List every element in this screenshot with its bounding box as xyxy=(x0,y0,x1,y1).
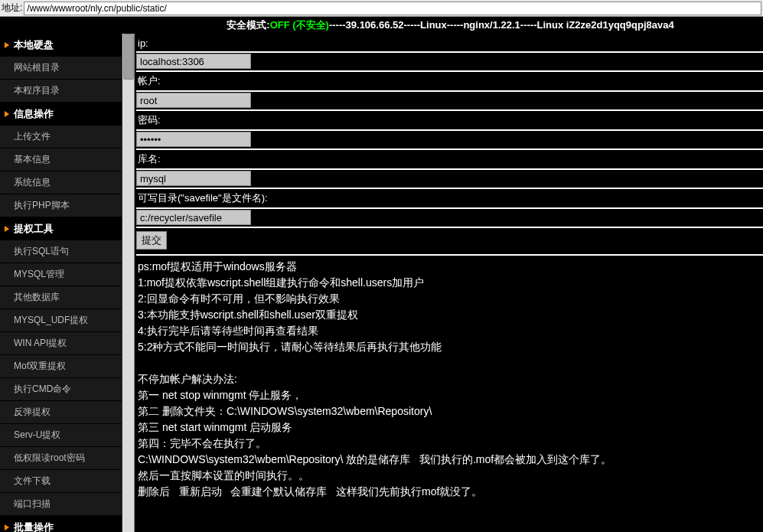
status-prefix: 安全模式: xyxy=(227,19,269,31)
scrollbar-thumb[interactable] xyxy=(123,34,134,80)
status-mode: OFF (不安全) xyxy=(270,19,329,31)
sidebar-item-basic[interactable]: 基本信息 xyxy=(0,149,122,171)
sidebar-item-mysql[interactable]: MYSQL管理 xyxy=(0,263,122,286)
submit-button[interactable]: 提交 xyxy=(136,231,167,250)
sidebar-item-appdir[interactable]: 本程序目录 xyxy=(0,80,122,103)
status-bar: 安全模式:OFF (不安全)-----39.106.66.52-----Linu… xyxy=(0,17,763,34)
sidebar-item-mof[interactable]: Mof双重提权 xyxy=(0,355,122,378)
main-panel: ip: 帐户: 密码: 库名: 可写目录("savefile"是文件名): 提交… xyxy=(135,34,763,532)
ip-label: ip: xyxy=(136,35,763,53)
sidebar-item-portscan[interactable]: 端口扫描 xyxy=(0,493,122,516)
pass-input[interactable] xyxy=(136,132,251,147)
sidebar-header-disk[interactable]: 本地硬盘 xyxy=(0,34,122,57)
user-label: 帐户: xyxy=(136,72,763,92)
sidebar-header-priv[interactable]: 提权工具 xyxy=(0,217,122,240)
sidebar-item-php[interactable]: 执行PHP脚本 xyxy=(0,194,122,217)
address-label: 地址: xyxy=(0,2,24,15)
notes-text: ps:mof提权适用于windows服务器 1:mof提权依靠wscript.s… xyxy=(136,256,763,503)
sidebar-item-winapi[interactable]: WIN API提权 xyxy=(0,332,122,355)
status-rest: -----39.106.66.52-----Linux-----nginx/1.… xyxy=(329,19,674,31)
sidebar: 本地硬盘 网站根目录 本程序目录 信息操作 上传文件 基本信息 系统信息 执行P… xyxy=(0,34,122,532)
sidebar-item-sql[interactable]: 执行SQL语句 xyxy=(0,240,122,263)
sidebar-item-webroot[interactable]: 网站根目录 xyxy=(0,57,122,80)
sidebar-item-upload[interactable]: 上传文件 xyxy=(0,126,122,149)
sidebar-item-cmd[interactable]: 执行CMD命令 xyxy=(0,378,122,401)
sidebar-item-rootpw[interactable]: 低权限读root密码 xyxy=(0,447,122,470)
sidebar-item-download[interactable]: 文件下载 xyxy=(0,470,122,493)
dir-label: 可写目录("savefile"是文件名): xyxy=(136,189,763,209)
sidebar-header-batch[interactable]: 批量操作 xyxy=(0,516,122,532)
db-label: 库名: xyxy=(136,150,763,170)
pass-label: 密码: xyxy=(136,111,763,131)
sidebar-header-info[interactable]: 信息操作 xyxy=(0,103,122,126)
sidebar-item-reverse[interactable]: 反弹提权 xyxy=(0,401,122,424)
ip-input[interactable] xyxy=(136,54,251,69)
sidebar-scrollbar[interactable] xyxy=(122,34,135,532)
dir-input[interactable] xyxy=(136,210,251,225)
address-bar: 地址: xyxy=(0,0,763,17)
user-input[interactable] xyxy=(136,93,251,108)
sidebar-item-udf[interactable]: MYSQL_UDF提权 xyxy=(0,309,122,332)
sidebar-item-sysinfo[interactable]: 系统信息 xyxy=(0,171,122,194)
address-input[interactable] xyxy=(24,2,761,15)
sidebar-item-otherdb[interactable]: 其他数据库 xyxy=(0,286,122,309)
sidebar-item-servu[interactable]: Serv-U提权 xyxy=(0,424,122,447)
db-input[interactable] xyxy=(136,171,251,186)
